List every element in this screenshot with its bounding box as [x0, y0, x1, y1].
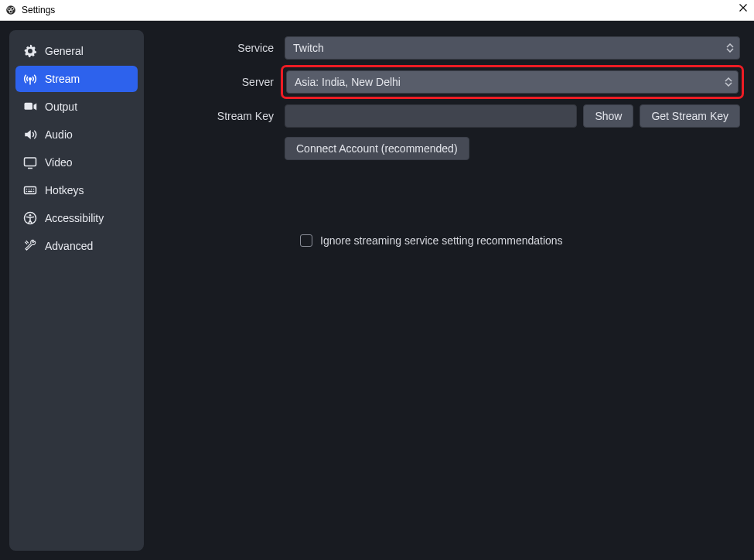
sidebar-item-label: Output	[45, 101, 77, 113]
server-row: Server Asia: India, New Delhi	[153, 69, 740, 95]
sidebar-item-label: Hotkeys	[45, 184, 84, 196]
settings-sidebar: General Stream Output Audio Video	[9, 30, 144, 551]
sidebar-item-label: Audio	[45, 128, 73, 141]
service-row: Service Twitch	[153, 36, 740, 60]
ignore-recommendations-row: Ignore streaming service setting recomme…	[300, 234, 740, 247]
updown-icon	[724, 43, 736, 53]
ignore-recommendations-checkbox[interactable]	[300, 234, 312, 247]
server-label: Server	[153, 76, 285, 88]
get-stream-key-button[interactable]: Get Stream Key	[640, 104, 740, 128]
connect-account-row: Connect Account (recommended)	[153, 137, 740, 160]
service-value: Twitch	[293, 42, 324, 54]
titlebar: Settings	[0, 0, 754, 21]
app-body: General Stream Output Audio Video	[0, 21, 754, 560]
connect-account-button[interactable]: Connect Account (recommended)	[285, 137, 469, 160]
svg-point-9	[29, 214, 32, 217]
stream-key-row: Stream Key Show Get Stream Key	[153, 104, 740, 128]
sidebar-item-label: Accessibility	[45, 212, 104, 224]
stream-key-input[interactable]	[285, 104, 577, 128]
show-button[interactable]: Show	[583, 104, 633, 128]
sidebar-item-audio[interactable]: Audio	[15, 121, 138, 148]
service-select[interactable]: Twitch	[285, 36, 740, 60]
svg-rect-6	[25, 158, 36, 166]
window-title: Settings	[22, 5, 55, 15]
svg-rect-5	[25, 103, 33, 110]
server-select[interactable]: Asia: India, New Delhi	[286, 70, 739, 94]
sidebar-item-output[interactable]: Output	[15, 94, 138, 120]
sidebar-item-accessibility[interactable]: Accessibility	[15, 205, 138, 231]
stream-key-label: Stream Key	[153, 110, 285, 122]
sidebar-item-advanced[interactable]: Advanced	[15, 233, 138, 259]
output-icon	[23, 100, 37, 114]
sidebar-item-label: Video	[45, 156, 73, 169]
sidebar-item-label: Advanced	[45, 240, 93, 252]
app-icon	[5, 4, 17, 16]
svg-rect-7	[25, 187, 36, 194]
antenna-icon	[23, 72, 37, 86]
sidebar-item-hotkeys[interactable]: Hotkeys	[15, 177, 138, 203]
sidebar-item-label: General	[45, 45, 84, 57]
gear-icon	[23, 44, 37, 58]
close-button[interactable]	[739, 3, 748, 12]
ignore-recommendations-label: Ignore streaming service setting recomme…	[320, 234, 563, 247]
accessibility-icon	[23, 211, 37, 225]
keyboard-icon	[23, 183, 37, 197]
sidebar-item-general[interactable]: General	[15, 38, 138, 64]
server-value: Asia: India, New Delhi	[295, 76, 401, 88]
sidebar-item-video[interactable]: Video	[15, 149, 138, 176]
monitor-icon	[23, 155, 37, 169]
sidebar-item-label: Stream	[45, 73, 80, 85]
tools-icon	[23, 239, 37, 253]
service-label: Service	[153, 42, 285, 54]
updown-icon	[722, 77, 735, 87]
stream-settings-panel: Service Twitch Server Asia: India, New D…	[153, 30, 745, 551]
speaker-icon	[23, 128, 37, 142]
sidebar-item-stream[interactable]: Stream	[15, 66, 138, 92]
